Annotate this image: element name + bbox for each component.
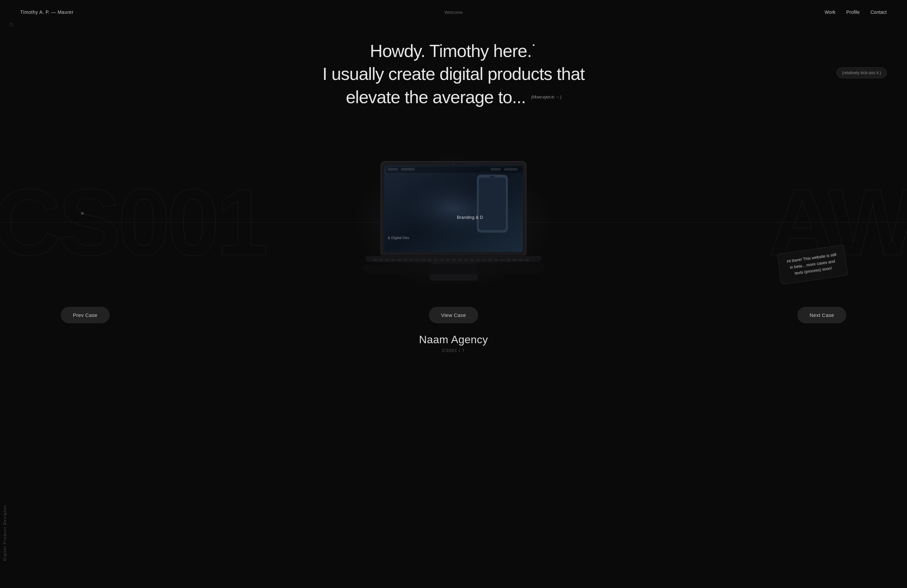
- svg-rect-33: [470, 259, 474, 261]
- svg-rect-11: [401, 168, 415, 171]
- showcase-section: CS001 AW Hi there! This website is still…: [0, 121, 907, 323]
- svg-rect-30: [452, 259, 456, 261]
- svg-rect-18: [378, 259, 383, 261]
- move-eyes-hint: (Move eyes to → ): [531, 94, 561, 100]
- prev-case-button[interactable]: Prev Case: [61, 307, 110, 323]
- svg-text:& Digital Des: & Digital Des: [388, 236, 409, 240]
- svg-point-6: [490, 176, 495, 178]
- svg-text:Branding & D: Branding & D: [457, 215, 483, 220]
- svg-rect-28: [439, 259, 444, 261]
- svg-rect-34: [476, 259, 481, 261]
- hero-line-3-text: elevate the average to...: [346, 87, 526, 107]
- nav-profile[interactable]: Profile: [846, 10, 860, 15]
- case-info: Naam Agency CS001 / 7: [419, 334, 488, 353]
- hero-line-3: elevate the average to... (Move eyes to …: [346, 87, 561, 107]
- nav-right: Work Profile Contact: [825, 10, 887, 15]
- svg-rect-22: [403, 259, 408, 261]
- logo[interactable]: Timothy A. P. — Maurer: [20, 10, 74, 15]
- svg-rect-20: [391, 259, 396, 261]
- header: Timothy A. P. — Maurer Welcome Work Prof…: [0, 0, 907, 24]
- svg-rect-13: [504, 168, 518, 171]
- svg-rect-39: [506, 259, 511, 261]
- svg-rect-32: [464, 259, 468, 261]
- svg-rect-24: [415, 259, 420, 261]
- svg-rect-40: [512, 259, 517, 261]
- svg-rect-21: [397, 259, 402, 261]
- svg-rect-25: [421, 259, 426, 261]
- svg-rect-36: [488, 259, 493, 261]
- svg-rect-12: [490, 168, 501, 171]
- svg-rect-37: [494, 259, 499, 261]
- svg-rect-29: [445, 259, 450, 261]
- svg-rect-35: [482, 259, 487, 261]
- hero-line-2: I usually create digital products that: [322, 63, 585, 84]
- nav-buttons: Prev Case View Case Next Case: [0, 307, 907, 323]
- laptop-svg: & Digital Des Branding & D: [362, 158, 545, 286]
- svg-rect-23: [409, 259, 414, 261]
- svg-point-15: [452, 163, 455, 165]
- svg-rect-5: [479, 178, 506, 230]
- svg-rect-10: [388, 168, 398, 171]
- hero-line-1: Howdy. Timothy here.˙: [370, 40, 537, 61]
- next-case-button[interactable]: Next Case: [797, 307, 846, 323]
- nav-center-label: Welcome: [444, 10, 463, 15]
- nav-contact[interactable]: Contact: [870, 10, 887, 15]
- svg-rect-41: [518, 259, 523, 261]
- case-number: CS001 / 7: [419, 348, 488, 353]
- svg-rect-17: [373, 259, 377, 261]
- svg-rect-42: [524, 259, 529, 261]
- nav-work[interactable]: Work: [825, 10, 835, 15]
- svg-rect-31: [458, 259, 462, 261]
- view-case-button[interactable]: View Case: [429, 307, 478, 323]
- svg-rect-26: [427, 259, 432, 261]
- svg-rect-19: [385, 259, 389, 261]
- case-title: Naam Agency: [419, 334, 488, 346]
- side-label: Digital Product Designer: [3, 505, 7, 561]
- svg-rect-38: [500, 259, 505, 261]
- svg-rect-27: [433, 259, 438, 261]
- kick-ass-badge: (relatively kick-ass #.): [836, 67, 887, 78]
- laptop-mockup: & Digital Des Branding & D: [362, 158, 545, 286]
